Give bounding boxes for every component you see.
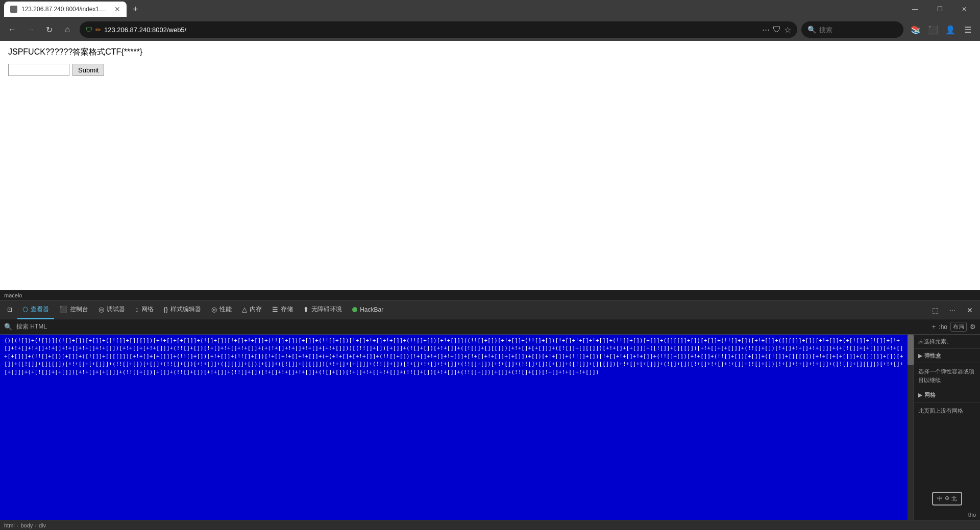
accessibility-icon: ⬆ xyxy=(303,306,309,313)
address-more-icon[interactable]: ··· xyxy=(762,24,770,35)
accessibility-label: 无障碍环境 xyxy=(311,305,342,314)
unselected-element-header: 未选择元素。 xyxy=(914,335,980,349)
form-row: Submit xyxy=(8,64,972,76)
devtools-toolbar-right: ⬚ ··· ✕ xyxy=(927,302,978,318)
tabs-icon-button[interactable]: ⬛ xyxy=(925,21,941,38)
back-button[interactable]: ← xyxy=(4,21,20,38)
devtools-tab-console[interactable]: ⬛ 控制台 xyxy=(54,301,93,319)
devtools-body: ()[(![])+(![])][(![]+[])[+[]]+([![]]+[][… xyxy=(0,335,980,520)
breadcrumb-html[interactable]: html xyxy=(4,522,15,528)
devtools-more-button[interactable]: ··· xyxy=(944,302,961,318)
devtools-tab-performance[interactable]: ◎ 性能 xyxy=(206,301,237,319)
elastic-box-section-header[interactable]: ▶ 弹性盒 xyxy=(914,349,980,363)
breadcrumb-div[interactable]: div xyxy=(39,522,46,528)
devtools-tab-inspector[interactable]: ⬡ 查看器 xyxy=(17,301,54,319)
devtools-search-icon: 🔍 xyxy=(4,323,12,331)
answer-input[interactable] xyxy=(8,64,69,76)
devtools-tab-accessibility[interactable]: ⬆ 无障碍环境 xyxy=(298,301,347,319)
account-icon-button[interactable]: 👤 xyxy=(942,21,959,38)
stamp-char-3: 北 xyxy=(951,495,957,502)
minimize-button[interactable]: — xyxy=(903,2,927,17)
star-icon[interactable]: ☆ xyxy=(784,25,791,35)
devtools-tab-storage[interactable]: ☰ 存储 xyxy=(267,301,298,319)
page-heading: JSPFUCK??????答案格式CTF{*****} xyxy=(8,47,972,58)
devtools-search-bar: 🔍 搜索 HTML + :ho 布局 ⚙ xyxy=(0,319,980,335)
home-button[interactable]: ⌂ xyxy=(59,21,76,38)
status-text: macelo xyxy=(4,292,22,298)
performance-icon: ◎ xyxy=(211,306,217,313)
browser-chrome: 123.206.87.240:8004/index1.php ✕ + — ❐ ✕… xyxy=(0,0,980,41)
add-filter-button[interactable]: + xyxy=(932,323,936,331)
memory-icon: △ xyxy=(242,306,247,313)
network-label: 网络 xyxy=(141,305,154,314)
grid-content: 此页面上没有网格 xyxy=(914,402,980,419)
maximize-button[interactable]: ❐ xyxy=(928,2,951,17)
library-icon-button[interactable]: 📚 xyxy=(908,21,924,38)
new-tab-button[interactable]: + xyxy=(129,4,142,15)
vertical-scrollbar[interactable] xyxy=(908,335,914,520)
close-button[interactable]: ✕ xyxy=(952,2,976,17)
forward-button[interactable]: → xyxy=(22,21,39,38)
window-controls: — ❐ ✕ xyxy=(903,2,976,17)
tho-text: tho xyxy=(968,512,976,518)
elastic-box-content: 选择一个弹性容器或项目以继续 xyxy=(914,363,980,388)
console-icon: ⬛ xyxy=(59,306,67,313)
storage-icon: ☰ xyxy=(272,306,278,313)
devtools-breadcrumb-bar: html › body › div xyxy=(0,520,980,530)
layout-button[interactable]: 布局 xyxy=(950,322,967,332)
stamp-char-1: 中 xyxy=(937,495,943,502)
network-icon: ↕ xyxy=(135,306,139,313)
bookmark-icon[interactable]: 🛡 xyxy=(773,25,781,34)
devtools-dock-button[interactable]: ⬚ xyxy=(927,302,943,318)
devtools-tab-style-editor[interactable]: {} 样式编辑器 xyxy=(159,301,207,319)
inspector-icon: ⬡ xyxy=(22,306,28,313)
tab-close-button[interactable]: ✕ xyxy=(114,6,120,13)
security-icon: 🛡 xyxy=(86,26,92,34)
search-input[interactable] xyxy=(819,26,860,34)
devtools-search-text: 搜索 HTML xyxy=(16,322,47,331)
scrollbar-thumb[interactable] xyxy=(908,335,914,365)
devtools-close-button[interactable]: ✕ xyxy=(962,302,978,318)
address-bar[interactable]: 🛡 ✏ 123.206.87.240:8002/web5/ ··· 🛡 ☆ xyxy=(80,21,797,38)
devtools-settings-button[interactable]: ⚙ xyxy=(970,323,976,331)
submit-button[interactable]: Submit xyxy=(72,64,104,76)
devtools-tab-network[interactable]: ↕ 网络 xyxy=(130,301,159,319)
elastic-box-chevron: ▶ xyxy=(918,352,922,359)
devtools-toolbar: ⊡ ⬡ 查看器 ⬛ 控制台 ◎ 调试器 ↕ 网络 {} 样式编辑器 ◎ 性能 △… xyxy=(0,301,980,319)
devtools-tab-debugger[interactable]: ◎ 调试器 xyxy=(93,301,130,319)
grid-section-header[interactable]: ▶ 网格 xyxy=(914,388,980,402)
pick-element-icon: ⊡ xyxy=(7,306,12,313)
tab-title: 123.206.87.240:8004/index1.php xyxy=(21,6,110,13)
hackbar-dot-icon xyxy=(352,307,357,312)
stamp-area: 中 ⊕ 北 xyxy=(914,488,980,510)
edit-icon: ✏ xyxy=(95,26,101,34)
browser-tab[interactable]: 123.206.87.240:8004/index1.php ✕ xyxy=(4,2,127,17)
breadcrumb-body[interactable]: body xyxy=(20,522,33,528)
devtools-tab-memory[interactable]: △ 内存 xyxy=(237,301,267,319)
reload-button[interactable]: ↻ xyxy=(41,21,57,38)
console-label: 控制台 xyxy=(70,305,88,314)
stamp-widget: 中 ⊕ 北 xyxy=(932,492,962,506)
page-body: JSPFUCK??????答案格式CTF{*****} Submit xyxy=(0,41,980,82)
status-bar: macelo xyxy=(0,290,980,300)
debugger-icon: ◎ xyxy=(99,306,104,313)
elastic-box-title: 弹性盒 xyxy=(924,352,941,360)
devtools-main-panel: ()[(![])+(![])][(![]+[])[+[]]+([![]]+[][… xyxy=(0,335,908,520)
devtools-pick-element[interactable]: ⊡ xyxy=(2,301,17,319)
tab-bar: 123.206.87.240:8004/index1.php ✕ + — ❐ ✕ xyxy=(0,0,980,18)
style-editor-label: 样式编辑器 xyxy=(170,305,201,314)
devtools-tab-hackbar[interactable]: HackBar xyxy=(347,301,388,319)
unselected-element-text: 未选择元素。 xyxy=(918,338,952,345)
tho-text-area: tho xyxy=(914,510,980,520)
hackbar-label: HackBar xyxy=(360,306,383,313)
stamp-char-2: ⊕ xyxy=(945,495,949,502)
devtools-code-content[interactable]: ()[(![])+(![])][(![]+[])[+[]]+([![]]+[][… xyxy=(0,335,908,520)
filter-text: :ho xyxy=(939,323,947,331)
grid-title: 网格 xyxy=(924,391,936,399)
elastic-box-hint: 选择一个弹性容器或项目以继续 xyxy=(918,368,974,383)
menu-icon-button[interactable]: ☰ xyxy=(960,21,976,38)
search-icon: 🔍 xyxy=(807,26,816,34)
inspector-label: 查看器 xyxy=(31,305,49,314)
search-bar[interactable]: 🔍 xyxy=(801,21,903,38)
nav-bar: ← → ↻ ⌂ 🛡 ✏ 123.206.87.240:8002/web5/ ··… xyxy=(0,18,980,41)
